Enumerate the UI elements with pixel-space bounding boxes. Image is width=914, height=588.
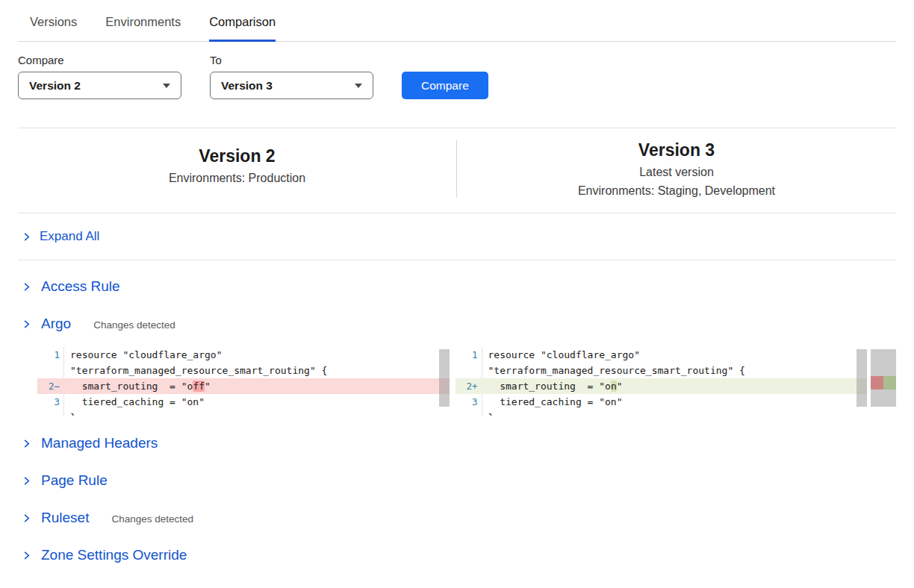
section-label: Argo [41, 316, 71, 332]
code-text: tiered_caching = "on" [482, 394, 868, 410]
chevron-right-icon [21, 513, 32, 524]
code-text: tiered_caching = "on" [64, 394, 450, 410]
section-page-rule[interactable]: Page Rule [18, 465, 896, 496]
section-ruleset[interactable]: Ruleset Changes detected [18, 502, 896, 534]
diff-line-added: 2+ smart_routing = "on" [456, 378, 868, 394]
compare-button[interactable]: Compare [402, 72, 488, 99]
chevron-right-icon [21, 281, 32, 293]
chevron-down-icon [355, 84, 362, 88]
diff-line: } [37, 410, 450, 416]
comparison-page: Versions Environments Comparison Compare… [0, 0, 914, 571]
compare-label: Compare [18, 54, 181, 66]
scrollbar[interactable] [857, 349, 867, 407]
line-number: 2− [37, 378, 64, 394]
resource-sections: Access Rule Argo Changes detected 1 reso… [18, 271, 896, 571]
left-version-environments: Environments: Production [18, 172, 456, 185]
changes-detected-badge: Changes detected [93, 319, 175, 331]
line-number: 1 [456, 347, 482, 378]
tab-environments[interactable]: Environments [105, 15, 181, 41]
to-label: To [210, 54, 373, 66]
tab-comparison[interactable]: Comparison [209, 15, 276, 42]
removed-word-highlight: ff [193, 381, 205, 392]
diff-line: 3 tiered_caching = "on" [37, 394, 450, 410]
version-header-right: Version 3 Latest version Environments: S… [457, 140, 896, 198]
chevron-right-icon [21, 319, 32, 330]
compare-field: Compare Version 2 [18, 54, 181, 99]
changes-detected-badge: Changes detected [111, 513, 193, 525]
chevron-down-icon [163, 84, 170, 88]
section-label: Managed Headers [41, 435, 158, 451]
chevron-right-icon [21, 475, 32, 487]
chevron-right-icon [21, 231, 32, 243]
section-label: Access Rule [41, 278, 120, 295]
section-argo[interactable]: Argo Changes detected [18, 308, 896, 340]
line-number [456, 410, 482, 416]
code-text: } [64, 410, 450, 416]
line-number: 3 [37, 394, 64, 410]
code-text: } [482, 410, 868, 416]
scrollbar[interactable] [439, 349, 450, 407]
left-version-title: Version 2 [18, 146, 456, 166]
diff-line: 1 resource "cloudflare_argo" "terraform_… [37, 347, 450, 378]
right-version-title: Version 3 [457, 140, 896, 160]
expand-all-label: Expand All [40, 229, 99, 244]
code-text: resource "cloudflare_argo" "terraform_ma… [64, 347, 450, 378]
version-headers: Version 2 Environments: Production Versi… [18, 128, 896, 213]
chevron-right-icon [21, 550, 32, 561]
code-text: resource "cloudflare_argo" "terraform_ma… [482, 347, 868, 378]
compare-version-select[interactable]: Version 2 [18, 72, 181, 99]
to-version-value: Version 3 [221, 79, 273, 93]
diff-line-removed: 2− smart_routing = "off" [37, 378, 450, 394]
compare-form: Compare Version 2 To Version 3 Compare [18, 54, 896, 99]
section-label: Zone Settings Override [41, 547, 187, 563]
to-field: To Version 3 [210, 54, 373, 99]
chevron-right-icon [21, 438, 32, 449]
diff-line: 3 tiered_caching = "on" [456, 394, 868, 410]
tab-versions[interactable]: Versions [30, 15, 77, 41]
line-number: 2+ [456, 378, 482, 394]
right-version-subtitle: Latest version [457, 166, 896, 179]
diff-overview-ruler[interactable] [871, 347, 896, 416]
section-label: Ruleset [41, 510, 89, 526]
right-version-environments: Environments: Staging, Development [457, 184, 896, 198]
overview-added-marker [883, 376, 896, 390]
code-text: smart_routing = "on" [482, 378, 868, 394]
to-version-select[interactable]: Version 3 [210, 72, 373, 99]
section-access-rule[interactable]: Access Rule [18, 271, 896, 302]
version-header-left: Version 2 Environments: Production [18, 140, 457, 198]
added-word-highlight: n [611, 381, 617, 392]
line-number: 3 [456, 394, 482, 410]
tab-bar: Versions Environments Comparison [18, 0, 896, 42]
compare-version-value: Version 2 [29, 79, 81, 93]
section-zone-settings-override[interactable]: Zone Settings Override [18, 539, 896, 571]
section-label: Page Rule [41, 472, 108, 489]
code-text: smart_routing = "off" [64, 378, 450, 394]
diff-pane-modified: 1 resource "cloudflare_argo" "terraform_… [456, 347, 868, 416]
overview-removed-marker [871, 376, 883, 390]
argo-diff-viewer: 1 resource "cloudflare_argo" "terraform_… [37, 347, 896, 416]
diff-line: } [456, 410, 868, 416]
line-number: 1 [37, 347, 64, 378]
line-number [37, 410, 64, 416]
expand-all-toggle[interactable]: Expand All [18, 213, 896, 260]
diff-pane-original: 1 resource "cloudflare_argo" "terraform_… [37, 347, 450, 416]
section-managed-headers[interactable]: Managed Headers [18, 428, 896, 459]
diff-line: 1 resource "cloudflare_argo" "terraform_… [456, 347, 868, 378]
